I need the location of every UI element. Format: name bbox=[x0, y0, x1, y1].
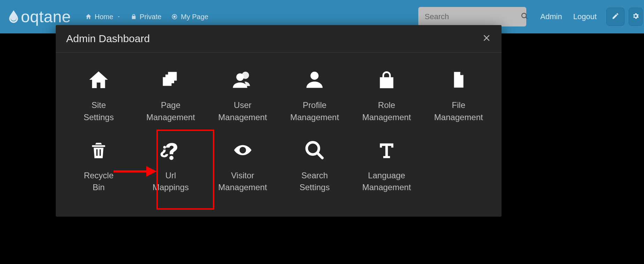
brand-name: oqtane bbox=[21, 7, 71, 26]
tile-search-settings[interactable]: Search Settings bbox=[279, 136, 351, 196]
search-box[interactable] bbox=[418, 7, 526, 26]
tile-label: Page Management bbox=[146, 99, 195, 124]
chevron-down-icon bbox=[117, 15, 121, 19]
svg-line-16 bbox=[317, 153, 323, 158]
nav-private-label: Private bbox=[140, 13, 161, 21]
tile-site-settings[interactable]: Site Settings bbox=[63, 66, 135, 126]
svg-rect-13 bbox=[100, 149, 101, 156]
tool-buttons bbox=[606, 8, 641, 26]
nav-mypage-label: My Page bbox=[181, 13, 208, 21]
nav-home-label: Home bbox=[95, 13, 113, 21]
lock-icon bbox=[377, 68, 397, 92]
tile-label: Visitor Management bbox=[218, 170, 267, 194]
logout-link[interactable]: Logout bbox=[573, 12, 597, 21]
pencil-icon bbox=[612, 12, 619, 21]
modal-body: Site Settings Page Management User Manag… bbox=[56, 53, 502, 217]
tile-profile-management[interactable]: Profile Management bbox=[279, 66, 351, 126]
modal-header: Admin Dashboard bbox=[56, 25, 502, 53]
target-icon bbox=[171, 13, 178, 20]
nav-links: Home Private My Page bbox=[85, 13, 209, 21]
edit-button[interactable] bbox=[606, 8, 624, 26]
tile-recycle-bin[interactable]: Recycle Bin bbox=[63, 136, 135, 196]
tile-label: Language Management bbox=[362, 170, 411, 194]
tile-label: Site Settings bbox=[84, 99, 114, 124]
magnify-icon bbox=[304, 138, 325, 162]
tile-user-management[interactable]: User Management bbox=[207, 66, 279, 126]
empty-slot bbox=[422, 136, 495, 196]
brand-logo[interactable]: oqtane bbox=[6, 6, 71, 27]
tile-language-management[interactable]: Language Management bbox=[351, 136, 423, 196]
home-icon bbox=[85, 13, 92, 20]
close-icon bbox=[482, 38, 491, 44]
nav-mypage[interactable]: My Page bbox=[171, 13, 208, 21]
pages-icon bbox=[160, 68, 181, 92]
svg-point-11 bbox=[311, 72, 319, 80]
admin-link[interactable]: Admin bbox=[540, 12, 562, 21]
tile-url-mappings[interactable]: Url Mappings bbox=[135, 136, 207, 196]
svg-point-14 bbox=[241, 148, 245, 152]
tile-label: File Management bbox=[434, 99, 483, 124]
admin-dashboard-modal: Admin Dashboard Site Settings Page Manag… bbox=[56, 25, 502, 217]
tile-label: Search Settings bbox=[300, 170, 330, 194]
question-icon bbox=[158, 138, 183, 162]
home-icon bbox=[87, 68, 110, 92]
users-icon bbox=[232, 68, 254, 92]
tile-label: Recycle Bin bbox=[84, 170, 114, 194]
tile-label: Profile Management bbox=[290, 99, 339, 124]
file-icon bbox=[449, 68, 468, 92]
svg-rect-12 bbox=[96, 149, 98, 156]
modal-title: Admin Dashboard bbox=[66, 33, 150, 45]
text-icon bbox=[376, 138, 397, 162]
svg-point-2 bbox=[522, 13, 526, 18]
modal-close-button[interactable] bbox=[482, 33, 491, 44]
tile-file-management[interactable]: File Management bbox=[422, 66, 495, 126]
tile-label: Role Management bbox=[362, 99, 411, 124]
nav-home[interactable]: Home bbox=[85, 13, 121, 21]
svg-rect-8 bbox=[163, 77, 171, 86]
user-icon bbox=[304, 68, 325, 92]
droplet-icon bbox=[6, 6, 21, 27]
settings-button[interactable] bbox=[629, 8, 643, 26]
svg-point-1 bbox=[174, 16, 176, 18]
search-input[interactable] bbox=[425, 12, 520, 21]
svg-line-3 bbox=[526, 17, 528, 19]
search-icon[interactable] bbox=[520, 12, 529, 22]
dashboard-grid: Site Settings Page Management User Manag… bbox=[63, 66, 495, 196]
auth-area: Admin Logout bbox=[540, 12, 597, 21]
trash-icon bbox=[89, 138, 108, 162]
tile-visitor-management[interactable]: Visitor Management bbox=[207, 136, 279, 196]
gear-icon bbox=[632, 12, 639, 21]
tile-role-management[interactable]: Role Management bbox=[351, 66, 423, 126]
nav-private[interactable]: Private bbox=[131, 13, 161, 21]
tile-page-management[interactable]: Page Management bbox=[135, 66, 207, 126]
lock-icon bbox=[131, 14, 137, 20]
svg-point-10 bbox=[236, 73, 244, 81]
tile-label: User Management bbox=[218, 99, 267, 124]
eye-icon bbox=[231, 138, 254, 162]
tile-label: Url Mappings bbox=[153, 170, 189, 194]
